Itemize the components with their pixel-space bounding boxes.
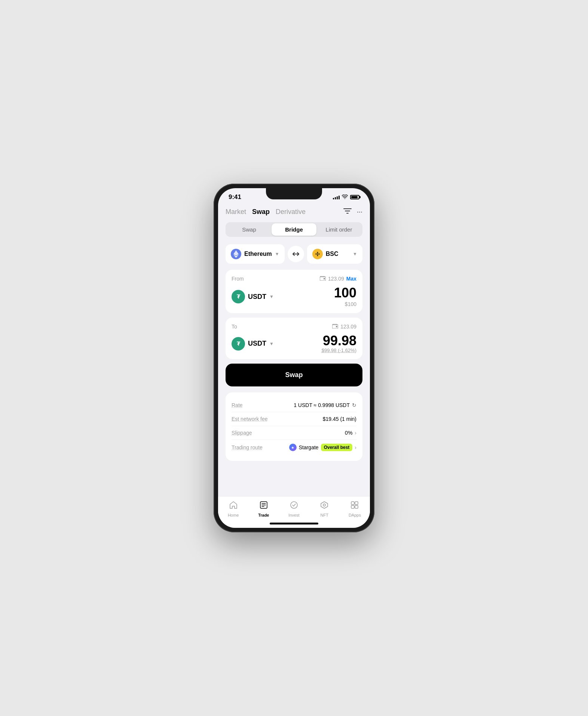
swap-action-button[interactable]: Swap [226,364,362,386]
rate-row: Rate 1 USDT ≈ 0.9998 USDT ↻ [232,398,356,412]
from-chain-dropdown-icon: ▼ [275,251,279,257]
more-options-button[interactable]: ··· [357,208,362,216]
wallet-icon-to [332,324,338,330]
nft-icon [320,501,328,511]
svg-rect-13 [351,502,354,505]
svg-rect-0 [343,208,352,209]
trading-route-value: ★ Stargate Overall best › [289,444,356,451]
dapps-nav-label: DApps [349,513,361,517]
svg-rect-4 [324,278,325,279]
segment-tab-swap[interactable]: Swap [227,223,272,236]
usdt-from-logo: ₮ [232,290,245,303]
wifi-icon [342,194,348,200]
from-amount-value: 100 [334,286,356,300]
overall-best-badge: Overall best [321,444,353,451]
nav-tab-market[interactable]: Market [226,208,246,216]
svg-rect-14 [355,502,358,505]
from-chain-button[interactable]: Ethereum ▼ [226,244,285,264]
network-fee-label: Est network fee [232,416,268,422]
to-amount-value: 99.98 [322,334,356,348]
from-token-header: From 123.09 Max [232,276,356,282]
ethereum-logo [231,249,241,259]
to-chain-name: BSC [326,251,339,257]
nav-item-dapps[interactable]: DApps [340,501,370,517]
to-token-card: To 123.09 ₮ [226,318,362,359]
to-chain-button[interactable]: BSC ▼ [307,244,362,264]
from-token-amount: 100 $100 [334,286,356,307]
nav-tab-swap[interactable]: Swap [252,208,270,216]
home-bar [270,523,318,524]
segment-tab-bridge[interactable]: Bridge [272,223,316,236]
to-token-dropdown-icon: ▼ [269,341,274,346]
refresh-icon[interactable]: ↻ [352,402,356,408]
main-content: Market Swap Derivative ··· [218,204,370,496]
nav-item-nft[interactable]: NFT [309,501,340,517]
from-chain-name: Ethereum [244,251,272,257]
bsc-logo [312,249,323,259]
status-time: 9:41 [229,193,241,201]
nav-action-icons: ··· [343,208,362,216]
from-balance: 123.09 Max [320,276,356,282]
phone-frame: 9:41 [214,184,374,532]
to-label: To [232,324,237,330]
usdt-to-logo: ₮ [232,337,245,351]
svg-rect-15 [351,505,354,508]
rate-value: 1 USDT ≈ 0.9998 USDT ↻ [294,402,356,408]
network-fee-row: Est network fee $19.45 (1 min) [232,412,356,426]
from-token-dropdown-icon: ▼ [269,294,274,299]
invest-icon [290,501,298,511]
nav-item-invest[interactable]: Invest [279,501,309,517]
bottom-navigation: Home Trade [218,496,370,520]
slippage-row[interactable]: Slippage 0% › [232,426,356,440]
to-token-row: ₮ USDT ▼ 99.98 $99.98 (-1.62%) [232,334,356,353]
rate-label: Rate [232,402,243,408]
filter-icon-button[interactable] [343,208,352,216]
notch [266,188,322,199]
to-token-name: USDT [248,340,266,348]
segment-tab-limit-order[interactable]: Limit order [316,223,361,236]
info-card: Rate 1 USDT ≈ 0.9998 USDT ↻ Est network … [226,392,362,461]
home-icon [229,501,238,511]
phone-screen: 9:41 [218,188,370,528]
swap-direction-button[interactable] [288,246,304,262]
svg-point-11 [291,502,297,508]
svg-rect-16 [355,505,358,508]
svg-rect-2 [346,213,349,214]
invest-nav-label: Invest [288,513,299,517]
nav-item-home[interactable]: Home [218,501,248,517]
home-nav-label: Home [228,513,239,517]
network-fee-value: $19.45 (1 min) [323,416,356,422]
from-label: From [232,276,244,282]
dapps-icon [350,501,359,511]
to-balance-value: 123.09 [340,324,356,330]
status-icons [333,194,359,200]
nav-tabs: Market Swap Derivative [226,208,306,216]
svg-rect-1 [345,211,350,211]
to-amount-usd: $99.98 (-1.62%) [322,348,356,353]
to-token-selector[interactable]: ₮ USDT ▼ [232,337,274,351]
from-token-name: USDT [248,293,266,301]
slippage-label: Slippage [232,430,252,436]
svg-rect-6 [336,326,337,327]
to-token-amount: 99.98 $99.98 (-1.62%) [322,334,356,353]
slippage-value: 0% › [345,430,356,436]
max-button[interactable]: Max [346,276,356,282]
nav-tab-derivative[interactable]: Derivative [276,208,306,216]
nft-nav-label: NFT [321,513,328,517]
from-token-selector[interactable]: ₮ USDT ▼ [232,290,274,303]
signal-icon [333,195,340,199]
trading-route-name: Stargate [299,444,319,450]
to-token-header: To 123.09 [232,324,356,330]
nav-item-trade[interactable]: Trade [248,501,279,517]
from-token-card: From 123.09 Max [226,270,362,313]
trading-route-row[interactable]: Trading route ★ Stargate Overall best › [232,440,356,455]
segment-tabs: Swap Bridge Limit order [226,222,362,237]
rate-text: 1 USDT ≈ 0.9998 USDT [294,402,350,408]
trade-nav-label: Trade [258,513,269,517]
from-amount-usd: $100 [334,301,356,307]
wallet-icon [320,276,326,282]
top-navigation: Market Swap Derivative ··· [226,204,362,222]
trade-icon [260,501,268,511]
home-indicator [218,520,370,528]
from-balance-value: 123.09 [328,276,344,282]
